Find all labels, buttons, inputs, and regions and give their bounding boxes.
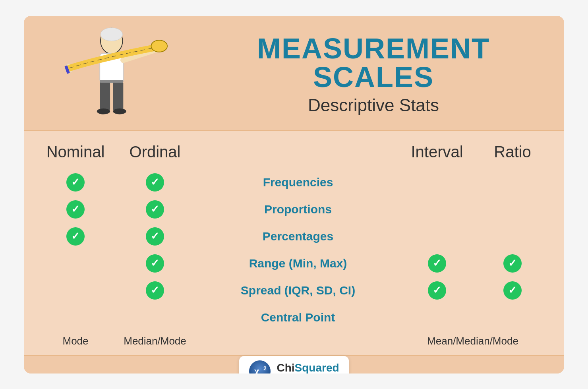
nominal-range-check: [40, 254, 111, 273]
svg-point-1: [101, 28, 122, 41]
ratio-prop-check: [477, 200, 548, 219]
ordinal-spread-check: ✓: [111, 281, 199, 300]
svg-rect-12: [100, 80, 123, 83]
row-spread: ✓ Spread (IQR, SD, CI) ✓ ✓: [40, 277, 548, 304]
interval-header: Interval: [397, 143, 477, 161]
main-title: MEASUREMENT SCALES: [207, 34, 540, 91]
content-area: Nominal Ordinal Interval Ratio ✓ ✓ Frequ…: [24, 131, 564, 355]
interval-central-label: [397, 308, 477, 327]
brand-text: ChiSquared Innovations: [277, 362, 339, 374]
main-card: MEASUREMENT SCALES Descriptive Stats Nom…: [24, 16, 564, 374]
ratio-header: Ratio: [477, 143, 548, 161]
interval-freq-check: [397, 173, 477, 192]
svg-point-10: [97, 108, 110, 114]
check-icon: ✓: [428, 254, 446, 273]
svg-point-13: [249, 360, 271, 374]
svg-rect-4: [113, 81, 123, 111]
svg-point-11: [113, 108, 126, 114]
check-icon: ✓: [503, 281, 522, 300]
nominal-prop-check: ✓: [40, 200, 111, 219]
svg-text:χ: χ: [254, 365, 259, 374]
stat-percentages: Percentages: [199, 230, 397, 243]
ordinal-pct-check: ✓: [111, 227, 199, 246]
chi-squared-icon: χ 2: [249, 360, 271, 374]
brand-name: ChiSquared: [277, 362, 339, 374]
footer-labels-row: Mode Median/Mode Mean/Median/Mode: [40, 335, 548, 347]
illustration-area: [48, 27, 183, 122]
check-icon: ✓: [146, 254, 164, 273]
ordinal-footer-label: Median/Mode: [111, 335, 199, 347]
check-icon: ✓: [146, 173, 164, 192]
ratio-central-label: [477, 308, 548, 327]
ordinal-prop-check: ✓: [111, 200, 199, 219]
interval-ratio-footer-label: Mean/Median/Mode: [397, 335, 548, 347]
check-icon: ✓: [146, 227, 164, 246]
ordinal-range-check: ✓: [111, 254, 199, 273]
branding-bar: χ 2 ChiSquared Innovations: [24, 355, 564, 374]
check-icon: ✓: [146, 281, 164, 300]
ordinal-central-label: [111, 308, 199, 327]
scale-headers-row: Nominal Ordinal Interval Ratio: [40, 143, 548, 161]
ratio-pct-check: [477, 227, 548, 246]
data-rows-container: ✓ ✓ Frequencies ✓: [40, 169, 548, 331]
row-central: Central Point: [40, 304, 548, 331]
interval-range-check: ✓: [397, 254, 477, 273]
nominal-freq-check: ✓: [40, 173, 111, 192]
check-icon: ✓: [146, 200, 164, 219]
ordinal-freq-check: ✓: [111, 173, 199, 192]
stat-central: Central Point: [199, 311, 397, 324]
nominal-footer-label: Mode: [40, 335, 111, 347]
nominal-header: Nominal: [40, 143, 111, 161]
check-icon: ✓: [66, 227, 85, 246]
nominal-pct-check: ✓: [40, 227, 111, 246]
brand-badge: χ 2 ChiSquared Innovations: [239, 356, 348, 374]
row-frequencies: ✓ ✓ Frequencies: [40, 169, 548, 196]
row-percentages: ✓ ✓ Percentages: [40, 223, 548, 250]
interval-pct-check: [397, 227, 477, 246]
stat-frequencies: Frequencies: [199, 176, 397, 189]
ratio-spread-check: ✓: [477, 281, 548, 300]
ordinal-header: Ordinal: [111, 143, 199, 161]
nominal-spread-check: [40, 281, 111, 300]
interval-spread-check: ✓: [397, 281, 477, 300]
row-proportions: ✓ ✓ Proportions: [40, 196, 548, 223]
header-section: MEASUREMENT SCALES Descriptive Stats: [24, 16, 564, 131]
check-icon: ✓: [66, 200, 85, 219]
header-text-area: MEASUREMENT SCALES Descriptive Stats: [183, 34, 540, 115]
ratio-range-check: ✓: [477, 254, 548, 273]
interval-prop-check: [397, 200, 477, 219]
check-icon: ✓: [428, 281, 446, 300]
stat-range: Range (Min, Max): [199, 257, 397, 270]
svg-text:2: 2: [263, 365, 267, 372]
stat-spread: Spread (IQR, SD, CI): [199, 284, 397, 297]
svg-rect-3: [100, 81, 110, 111]
ratio-freq-check: [477, 173, 548, 192]
check-icon: ✓: [66, 173, 85, 192]
stat-proportions: Proportions: [199, 203, 397, 216]
nominal-central-label: [40, 308, 111, 327]
person-icon: [60, 27, 171, 122]
svg-point-8: [151, 40, 167, 52]
row-range: ✓ Range (Min, Max) ✓ ✓: [40, 250, 548, 277]
check-icon: ✓: [503, 254, 522, 273]
subtitle: Descriptive Stats: [207, 95, 540, 115]
